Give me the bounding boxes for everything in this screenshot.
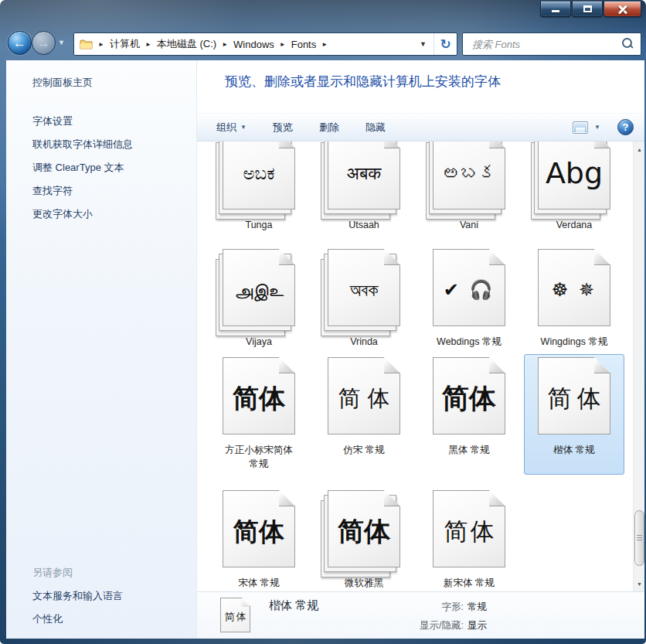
breadcrumb-item[interactable]: Fonts	[291, 39, 317, 50]
sidebar-task-link[interactable]: 字体设置	[32, 110, 133, 133]
font-item-label: 新宋体 常规	[444, 576, 495, 590]
font-item-label: 微软雅黑	[345, 576, 383, 590]
font-item[interactable]: 简体宋体 常规	[209, 487, 309, 591]
font-item[interactable]: 简体微软雅黑	[314, 487, 414, 591]
font-file-icon: ಅಬಕ	[223, 141, 295, 210]
font-item-label: Verdana	[556, 218, 593, 232]
font-item-label: 方正小标宋简体 常规	[225, 443, 293, 471]
font-grid-row: 简体宋体 常规简体微软雅黑简体新宋体 常规	[197, 487, 522, 591]
page-fold-icon	[384, 141, 400, 148]
hide-button[interactable]: 隐藏	[366, 121, 386, 135]
delete-button[interactable]: 删除	[319, 121, 339, 135]
main-pane: 预览、删除或者显示和隐藏计算机上安装的字体 组织▼ 预览 删除 隐藏 ▼ ? ಅ…	[197, 60, 644, 639]
font-preview-glyph: 简体	[542, 382, 607, 411]
font-item[interactable]: ✔ 🎧Webdings 常规	[419, 246, 519, 353]
sidebar-task-link[interactable]: 查找字符	[32, 179, 133, 203]
page-fold-icon	[489, 249, 505, 265]
sidebar-task-link[interactable]: 调整 ClearType 文本	[32, 156, 133, 179]
page-fold-icon	[489, 357, 505, 373]
sidebar-task-link[interactable]: 更改字体大小	[32, 203, 133, 226]
organize-button[interactable]: 组织▼	[216, 121, 246, 135]
font-item[interactable]: అబకVani	[419, 141, 519, 236]
vertical-scrollbar[interactable]: ▲ ▼	[633, 141, 644, 591]
breadcrumb-item[interactable]: 计算机	[110, 37, 140, 51]
font-preview-glyph: 简体	[338, 513, 390, 544]
font-grid: ಅಬಕTungaअबकUtsaahఅబకVaniAbgVerdanaஅஇஉVij…	[197, 141, 633, 591]
page-fold-icon	[594, 249, 610, 265]
address-bar[interactable]: ►计算机►本地磁盘 (C:)►Windows►Fonts► ▼ ↻	[73, 32, 457, 56]
font-item[interactable]: 简体新宋体 常规	[419, 487, 519, 591]
font-item[interactable]: 简体黑体 常规	[419, 354, 519, 475]
font-preview-glyph: Abg	[546, 154, 603, 188]
font-item-selected[interactable]: 简体楷体 常规	[524, 354, 624, 475]
search-input[interactable]	[463, 39, 620, 50]
see-also-header: 另请参阅	[32, 561, 123, 584]
font-file-icon: 简体	[433, 357, 505, 434]
font-item[interactable]: 简体仿宋 常规	[314, 354, 414, 475]
see-also-link[interactable]: 文本服务和输入语言	[32, 584, 123, 608]
close-button[interactable]	[604, 1, 641, 17]
back-button[interactable]: ←	[8, 31, 32, 55]
font-grid-row: அஇஉVijayaঅবকVrinda✔ 🎧Webdings 常规☸ ✵Wingd…	[197, 246, 627, 353]
page-fold-icon	[384, 490, 400, 506]
see-also-link[interactable]: 个性化	[32, 608, 123, 631]
explorer-window: ← → ▼ ►计算机►本地磁盘 (C:)►Windows►Fonts► ▼ ↻ …	[0, 0, 646, 644]
font-item-label: 宋体 常规	[238, 576, 279, 590]
font-file-icon: 简体	[223, 357, 295, 434]
page-fold-icon	[594, 141, 610, 148]
help-icon[interactable]: ?	[617, 119, 634, 135]
font-preview-glyph: அஇஉ	[234, 277, 284, 299]
sidebar-task-link[interactable]: 联机获取字体详细信息	[32, 133, 133, 156]
page-fold-icon	[279, 357, 295, 373]
scrollbar-thumb[interactable]	[634, 510, 644, 566]
page-fold-icon	[279, 249, 295, 265]
recent-pages-dropdown[interactable]: ▼	[58, 39, 65, 46]
font-file-icon: অবক	[328, 249, 400, 326]
breadcrumb-item[interactable]: 本地磁盘 (C:)	[157, 37, 216, 51]
preview-button[interactable]: 预览	[273, 121, 293, 135]
breadcrumb-separator-icon: ►	[140, 41, 157, 48]
minimize-button[interactable]	[540, 1, 571, 17]
font-file-icon: அஇஉ	[223, 249, 295, 326]
page-icon: ಅಬಕ	[223, 141, 295, 210]
font-file-icon: 简体	[328, 490, 400, 567]
address-dropdown-icon[interactable]: ▼	[413, 40, 434, 48]
folder-icon[interactable]	[80, 39, 93, 49]
property-label: 字形:	[352, 601, 468, 614]
breadcrumb: ►计算机►本地磁盘 (C:)►Windows►Fonts►	[93, 37, 333, 51]
sidebar-item-control-panel-home[interactable]: 控制面板主页	[32, 76, 93, 90]
font-preview-glyph: 简体	[442, 380, 496, 412]
scroll-down-icon[interactable]: ▼	[634, 578, 645, 590]
close-icon	[618, 5, 627, 14]
font-item[interactable]: ಅಬಕTunga	[209, 141, 309, 236]
selected-font-icon-glyph: 简体	[223, 607, 248, 624]
font-file-icon: 简体	[433, 490, 505, 567]
views-dropdown-icon[interactable]: ▼	[594, 124, 600, 131]
maximize-button[interactable]	[572, 1, 603, 17]
font-item-label: 黑体 常规	[448, 443, 489, 457]
font-item[interactable]: AbgVerdana	[524, 141, 624, 236]
window-content: 控制面板主页 字体设置联机获取字体详细信息调整 ClearType 文本查找字符…	[6, 60, 644, 639]
forward-button[interactable]: →	[32, 31, 56, 55]
minimize-icon	[552, 10, 559, 12]
font-preview-glyph: अबक	[346, 160, 381, 182]
font-item[interactable]: ☸ ✵Wingdings 常规	[524, 246, 624, 353]
forward-arrow-icon: →	[37, 36, 50, 51]
page-icon: అబక	[433, 141, 505, 210]
property-value: 显示	[468, 619, 487, 632]
font-file-icon: 简体	[328, 357, 400, 434]
font-item[interactable]: 简体方正小标宋简体 常规	[209, 354, 309, 475]
font-preview-glyph: 简体	[233, 514, 284, 544]
font-item-label: Vrinda	[350, 335, 378, 349]
font-item-label: Tunga	[246, 218, 273, 232]
font-item[interactable]: अबकUtsaah	[314, 141, 414, 236]
selected-font-file-icon: 简体	[220, 598, 250, 632]
breadcrumb-item[interactable]: Windows	[233, 39, 274, 50]
refresh-button[interactable]: ↻	[434, 33, 457, 55]
font-item[interactable]: অবকVrinda	[314, 246, 414, 353]
views-thumbnail-icon[interactable]	[573, 121, 588, 134]
font-item[interactable]: அஇஉVijaya	[209, 246, 309, 353]
scroll-up-icon[interactable]: ▲	[634, 143, 645, 155]
font-item-label: Utsaah	[348, 218, 379, 232]
property-value: 常规	[468, 601, 487, 614]
